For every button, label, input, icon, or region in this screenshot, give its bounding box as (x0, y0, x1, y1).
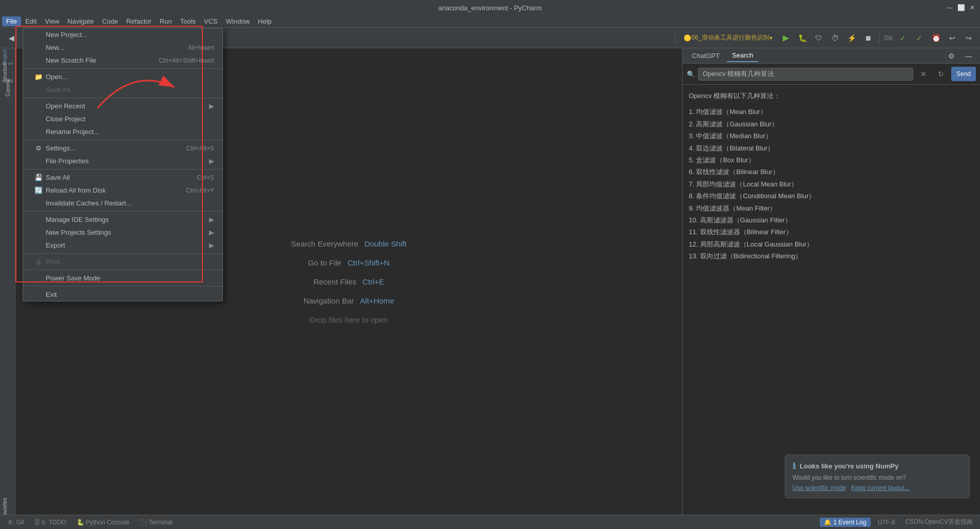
undo-button[interactable]: ↩ (945, 31, 959, 45)
force-run-button[interactable]: ⚡ (844, 31, 859, 45)
chat-item-13: 13. 双向过滤（Bidirectional Filtering） (689, 250, 974, 262)
divider-4 (23, 169, 222, 169)
close-button[interactable]: ✕ (969, 4, 976, 11)
divider-6 (23, 253, 222, 254)
stop-button[interactable]: ⏹ (861, 31, 875, 45)
menu-file[interactable]: File (2, 16, 21, 26)
chat-item-2: 2. 高斯滤波（Gaussian Blur） (689, 118, 974, 130)
status-event[interactable]: 🔔 1 Event Log (820, 518, 870, 527)
menu-reload[interactable]: 🔄 Reload All from Disk Ctrl+Alt+Y (23, 184, 222, 197)
export-arrow: ▶ (209, 241, 214, 249)
menu-edit[interactable]: Edit (21, 16, 41, 26)
status-encoding[interactable]: UTF-8 (875, 518, 898, 527)
toolbar-sep-2 (675, 33, 675, 43)
minimize-button[interactable]: — (946, 4, 953, 11)
chat-response: Opencv 模糊有以下几种算法： 1. 均值滤波（Mean Blur） 2. … (689, 90, 974, 262)
save-all-icon: 💾 (33, 174, 44, 181)
status-git[interactable]: ⑨: Git (4, 518, 27, 527)
menu-new-projects-settings[interactable]: New Projects Settings ▶ (23, 226, 222, 239)
chat-item-10: 10. 高斯滤波器（Gaussian Filter） (689, 214, 974, 226)
title-bar-title: anaconda_environment - PyCharm (438, 4, 542, 12)
chat-item-7: 7. 局部均值滤波（Local Mean Blur） (689, 178, 974, 190)
menu-open-recent[interactable]: Open Recent ▶ (23, 100, 222, 112)
git-push-button[interactable]: ✓ (912, 31, 927, 45)
menu-new[interactable]: New... Alt+Insert (23, 41, 222, 54)
menu-print: 🖨 Print... (23, 255, 222, 268)
notification-link2[interactable]: Keep current layout... (851, 484, 910, 492)
menu-invalidate-caches[interactable]: Invalidate Caches / Restart... (23, 197, 222, 210)
run-button[interactable]: ▶ (779, 31, 793, 45)
send-button[interactable]: Send (951, 67, 976, 81)
menu-save-all[interactable]: 💾 Save All Ctrl+S (23, 171, 222, 184)
tab-search[interactable]: Search (727, 49, 758, 62)
chat-item-5: 5. 盒滤波（Box Blur） (689, 154, 974, 166)
menu-view[interactable]: View (41, 16, 63, 26)
menu-rename-project[interactable]: Rename Project... (23, 125, 222, 138)
right-tab-actions: ⚙ — (944, 49, 976, 63)
drop-files-label: Drop files here to open (310, 315, 388, 324)
divider-7 (23, 270, 222, 270)
notification: ℹ Looks like you're using NumPy Would yo… (785, 455, 970, 498)
settings-icon[interactable]: ⚙ (944, 49, 958, 63)
status-right: 🔔 1 Event Log UTF-8 CSDN·OpenCV开发指南 (820, 517, 976, 527)
coverage-button[interactable]: 🛡 (812, 31, 826, 45)
menu-export[interactable]: Export ▶ (23, 239, 222, 252)
save-all-shortcut: Ctrl+S (197, 174, 214, 181)
search-icon: 🔍 (687, 70, 695, 78)
sidebar-icon-commit[interactable]: Commit (1, 81, 14, 95)
title-bar: anaconda_environment - PyCharm — ⬜ ✕ (0, 0, 980, 15)
menu-window[interactable]: Window (222, 16, 254, 26)
clear-search-icon[interactable]: ✕ (916, 67, 931, 81)
menu-tools[interactable]: Tools (176, 16, 200, 26)
new-projects-settings-arrow: ▶ (209, 229, 214, 236)
notification-icon: ℹ (793, 461, 796, 471)
menu-settings[interactable]: ⚙ Settings... Ctrl+Alt+S (23, 142, 222, 155)
menu-vcs[interactable]: VCS (200, 16, 222, 26)
menu-refactor[interactable]: Refactor (122, 16, 156, 26)
menu-navigate[interactable]: Navigate (63, 16, 98, 26)
notification-link1[interactable]: Use scientific mode (793, 484, 846, 492)
menu-power-save[interactable]: Power Save Mode (23, 272, 222, 285)
settings-icon-menu: ⚙ (33, 144, 44, 152)
menu-file-properties[interactable]: File Properties ▶ (23, 155, 222, 167)
status-python[interactable]: 🐍 Python Console (73, 518, 133, 527)
menu-close-project[interactable]: Close Project (23, 112, 222, 125)
notification-body: Would you like to turn scientific mode o… (793, 474, 962, 481)
divider-1 (23, 68, 222, 69)
menu-manage-ide[interactable]: Manage IDE Settings ▶ (23, 213, 222, 226)
search-input[interactable] (698, 68, 913, 81)
file-menu-dropdown: New Project... New... Alt+Insert New Scr… (23, 28, 223, 301)
divider-2 (23, 98, 222, 98)
notification-title: Looks like you're using NumPy (800, 462, 898, 470)
close-panel-icon[interactable]: — (962, 49, 976, 63)
sidebar-icon-structure[interactable]: 2: Structure (1, 66, 14, 79)
menu-code[interactable]: Code (98, 16, 122, 26)
menu-exit[interactable]: Exit (23, 288, 222, 301)
status-terminal[interactable]: ⬛ Terminal (137, 518, 175, 527)
menu-run[interactable]: Run (156, 16, 176, 26)
status-left: ⑨: Git ☰ 6: TODO 🐍 Python Console ⬛ Term… (4, 518, 175, 527)
maximize-button[interactable]: ⬜ (957, 4, 965, 11)
redo-button[interactable]: ↪ (962, 31, 976, 45)
git-check-button[interactable]: ✓ (896, 31, 910, 45)
menu-new-project[interactable]: New Project... (23, 28, 222, 41)
sidebar-icon-favorites[interactable]: 2: Favorites (1, 501, 14, 515)
run-config-selector[interactable]: 🟡 06_滑动条工具进行颜色识别 ▾ (680, 31, 777, 45)
menu-help[interactable]: Help (254, 16, 276, 26)
menu-open[interactable]: 📁 Open... (23, 70, 222, 83)
new-shortcut: Alt+Insert (188, 44, 214, 51)
git-more-button[interactable]: ⏰ (929, 31, 943, 45)
debug-button[interactable]: 🐛 (795, 31, 809, 45)
menu-new-scratch[interactable]: New Scratch File Ctrl+Alt+Shift+Insert (23, 54, 222, 67)
refresh-search-icon[interactable]: ↻ (934, 67, 948, 81)
open-icon: 📁 (33, 73, 44, 81)
chat-item-12: 12. 局部高斯滤波（Local Gaussian Blur） (689, 238, 974, 250)
chat-item-8: 8. 条件均值滤波（Conditional Mean Blur） (689, 190, 974, 202)
tab-chatgpt[interactable]: ChatGPT (687, 50, 725, 62)
open-recent-arrow: ▶ (209, 102, 214, 110)
profile-button[interactable]: ⏱ (828, 31, 842, 45)
menu-bar: File Edit View Navigate Code Refactor Ru… (0, 15, 980, 28)
back-button[interactable]: ◀ (4, 31, 18, 45)
status-todo[interactable]: ☰ 6: TODO (31, 518, 69, 527)
right-panel-tabs: ChatGPT Search ⚙ — (683, 48, 980, 64)
